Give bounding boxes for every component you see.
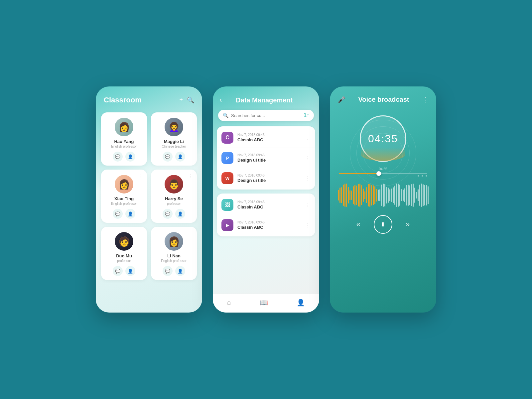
search-bar[interactable]: 🔍 1↑	[218, 110, 314, 121]
person-role-harry: professor	[167, 202, 181, 205]
filter-icon[interactable]: 1↑	[304, 112, 309, 118]
wave-bar	[349, 190, 350, 200]
wave-bar	[421, 184, 422, 206]
wave-bar	[358, 184, 359, 206]
file-info-classin-3: Nov 7, 2018 09:46 Classin ABC	[237, 220, 301, 230]
person-card-xiao-ting[interactable]: ⋮ Xiao Ting English professor 💬 👤	[101, 170, 147, 223]
wave-bar	[424, 185, 425, 205]
playback-controls: « ⏸ »	[330, 215, 436, 244]
wave-bar	[394, 186, 395, 204]
card-actions-maggie: 💬 👤	[163, 152, 185, 162]
bottom-nav: ⌂ 📖 👤	[213, 294, 319, 313]
wave-bar	[344, 184, 345, 207]
file-item-classin-3[interactable]: ▶ Nov 7, 2018 09:46 Classin ABC ⋮	[217, 215, 315, 235]
forward-button[interactable]: »	[406, 220, 410, 229]
card-actions-harry: 💬 👤	[163, 209, 185, 219]
file-item-classin-1[interactable]: C Nov 7, 2018 09:46 Classin ABC ⋮	[217, 128, 315, 148]
person-card-maggie-li[interactable]: Maggie Li Chinese teacher 💬 👤	[151, 112, 197, 166]
file-date-2: Nov 7, 2018 09:46	[237, 153, 301, 157]
card-profile-btn-linan[interactable]: 👤	[175, 266, 185, 276]
wave-bar	[409, 185, 410, 205]
person-name-hao: Hao Yang	[114, 139, 134, 144]
more-options-icon[interactable]: ⋮	[422, 96, 428, 103]
file-more-icon[interactable]: ⋮	[305, 135, 311, 141]
wave-bar	[361, 185, 362, 205]
classin-file-icon-2: 🖼	[221, 199, 233, 211]
voice-broadcast-title: Voice broadcast	[358, 96, 409, 103]
wave-bar	[423, 184, 424, 206]
wave-bar	[366, 187, 367, 203]
wave-bar	[343, 185, 344, 206]
card-msg-btn-maggie[interactable]: 💬	[163, 152, 173, 162]
rewind-button[interactable]: «	[356, 220, 360, 229]
wave-bar	[376, 189, 377, 202]
card-dots-xiao[interactable]: ⋮	[138, 173, 144, 179]
card-actions-duo: 💬 👤	[113, 266, 135, 276]
file-more-icon-3[interactable]: ⋮	[305, 175, 311, 182]
wave-bar	[386, 187, 387, 203]
file-more-icon-5[interactable]: ⋮	[305, 222, 311, 228]
classin-file-icon-1: C	[221, 132, 233, 144]
card-msg-btn-hao[interactable]: 💬	[113, 152, 123, 162]
card-profile-btn-duo[interactable]: 👤	[125, 266, 135, 276]
card-profile-btn-maggie[interactable]: 👤	[175, 152, 185, 162]
timer-container: 04:35	[330, 115, 436, 162]
file-date: Nov 7, 2018 09:46	[237, 133, 301, 137]
wave-bar	[416, 192, 417, 199]
person-card-duo-mu[interactable]: Duo Mu professor 💬 👤	[101, 227, 147, 280]
wave-bar	[363, 189, 364, 201]
wave-bar	[403, 190, 404, 200]
wave-bar	[379, 189, 380, 201]
mic-icon[interactable]: 🎤	[338, 96, 345, 103]
wave-bar	[369, 184, 370, 207]
wave-bar	[368, 184, 369, 207]
progress-thumb[interactable]	[376, 171, 381, 176]
nav-book-icon[interactable]: 📖	[260, 299, 268, 307]
card-msg-btn-harry[interactable]: 💬	[163, 209, 173, 219]
wave-bar	[351, 191, 352, 200]
wave-bar	[391, 189, 392, 202]
card-msg-btn-xiao[interactable]: 💬	[113, 209, 123, 219]
data-management-phone: ‹ Data Management 🔍 1↑ C Nov 7, 2018 09:…	[213, 86, 319, 313]
search-icon[interactable]: 🔍	[187, 96, 194, 104]
card-profile-btn-harry[interactable]: 👤	[175, 209, 185, 219]
person-role-maggie: Chinese teacher	[162, 145, 186, 148]
avatar-harry-se	[165, 175, 183, 194]
avatar-hao-yang	[115, 118, 133, 136]
wave-bar	[359, 184, 360, 207]
progress-track[interactable]	[339, 173, 427, 174]
wave-bar	[413, 184, 414, 207]
prog-dot-1	[418, 175, 419, 177]
add-icon[interactable]: +	[179, 96, 183, 104]
wave-bar	[364, 191, 365, 199]
person-card-hao-yang[interactable]: Hao Yang English professor 💬 👤	[101, 112, 147, 166]
file-item-design-1[interactable]: P Nov 7, 2018 09:46 Design ui title ⋮	[217, 148, 315, 168]
wave-bar	[414, 188, 415, 202]
file-more-icon-2[interactable]: ⋮	[305, 155, 311, 161]
wave-bar	[419, 185, 420, 206]
wave-bar	[389, 189, 390, 201]
pause-icon: ⏸	[380, 221, 386, 228]
nav-person-icon[interactable]: 👤	[297, 299, 305, 307]
back-button[interactable]: ‹	[219, 96, 222, 104]
nav-home-icon[interactable]: ⌂	[227, 299, 231, 307]
classin-file-icon-3: ▶	[221, 219, 233, 231]
person-card-harry-se[interactable]: ⋮ Harry Se professor 💬 👤	[151, 170, 197, 223]
file-info-classin-1: Nov 7, 2018 09:46 Classin ABC	[237, 133, 301, 142]
pause-button[interactable]: ⏸	[374, 215, 392, 234]
card-profile-btn-hao[interactable]: 👤	[125, 152, 135, 162]
card-dots-harry[interactable]: ⋮	[188, 173, 194, 179]
file-item-classin-2[interactable]: 🖼 Nov 7, 2018 09:46 Classin ABC ⋮	[217, 195, 315, 215]
wave-bar	[353, 186, 354, 204]
file-info-design-2: Nov 7, 2018 09:46 Design ui title	[237, 174, 301, 183]
person-card-li-nan[interactable]: Li Nan English professor 💬 👤	[151, 227, 197, 280]
file-more-icon-4[interactable]: ⋮	[305, 202, 311, 208]
card-msg-btn-duo[interactable]: 💬	[113, 266, 123, 276]
file-name: Classin ABC	[237, 137, 301, 142]
file-item-design-2[interactable]: W Nov 7, 2018 09:46 Design ui title ⋮	[217, 168, 315, 188]
card-actions-xiao: 💬 👤	[113, 209, 135, 219]
search-input[interactable]	[231, 113, 301, 118]
wave-bar	[381, 185, 382, 205]
card-msg-btn-linan[interactable]: 💬	[163, 266, 173, 276]
card-profile-btn-xiao[interactable]: 👤	[125, 209, 135, 219]
